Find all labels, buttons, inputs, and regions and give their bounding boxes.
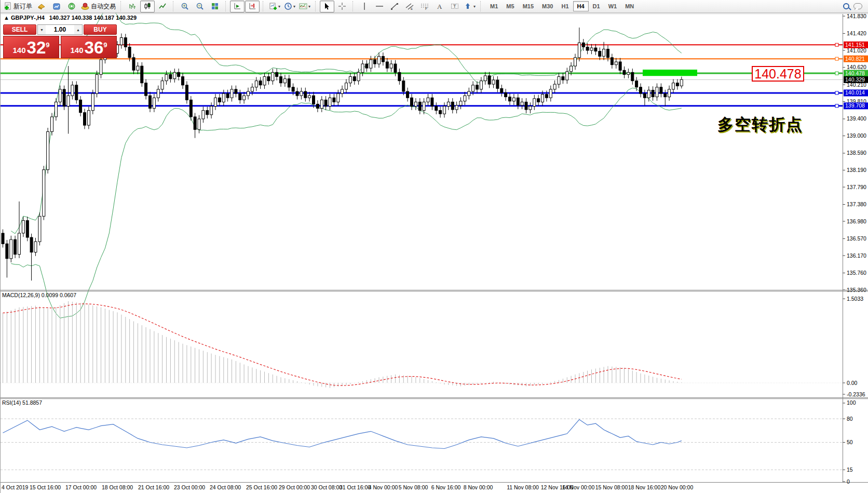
svg-text:8 Nov 00:00: 8 Nov 00:00 [464, 484, 493, 490]
cursor-button[interactable] [320, 1, 334, 12]
new-order-button[interactable]: 新订单 [2, 1, 34, 12]
bid-quote[interactable]: 140 32 9 [3, 36, 59, 58]
svg-text:23 Oct 00:00: 23 Oct 00:00 [174, 484, 205, 490]
volume-value[interactable]: 1.00 [46, 25, 74, 34]
svg-text:140.329: 140.329 [845, 76, 865, 83]
text-label-tool-button[interactable]: T [447, 1, 462, 12]
timeframe-tab-h4[interactable]: H4 [573, 1, 589, 11]
collapse-marker-icon[interactable]: ▲ [4, 15, 9, 21]
sell-button[interactable]: SELL [3, 24, 36, 35]
autotrade-button[interactable]: 自动交易 [79, 1, 117, 12]
metaeditor-button[interactable] [34, 1, 49, 12]
vertical-line-tool-button[interactable] [357, 1, 372, 12]
macd-indicator-label: MACD(12,26,9) 0.0099 0.0607 [2, 292, 76, 298]
zoom-out-button[interactable] [193, 1, 207, 12]
horizontal-level-line[interactable] [1, 104, 843, 108]
mt4-window: 新订单 自动交易 [0, 0, 868, 493]
chart-annotation-text[interactable]: 多空转折点 [717, 114, 803, 136]
toolbar-separator [263, 1, 265, 11]
zoom-in-button[interactable] [178, 1, 192, 12]
profiles-button[interactable]: ▾ [282, 1, 297, 12]
ask-pips: 36 [85, 38, 104, 57]
time-axis: 4 Oct 201915 Oct 16:0017 Oct 00:0018 Oct… [2, 484, 693, 490]
svg-text:29 Oct 00:00: 29 Oct 00:00 [279, 484, 310, 490]
indicators-button[interactable]: ▾ [297, 1, 312, 12]
line-chart-icon [158, 2, 167, 10]
svg-text:140.014: 140.014 [845, 89, 865, 96]
horizontal-line-tool-button[interactable] [372, 1, 387, 12]
market-button[interactable] [49, 1, 64, 12]
svg-text:A: A [437, 3, 442, 10]
fibonacci-tool-button[interactable]: F [417, 1, 432, 12]
svg-text:135.360: 135.360 [847, 287, 866, 293]
svg-text:18 Oct 08:00: 18 Oct 08:00 [102, 484, 133, 490]
toolbar-separator [315, 1, 318, 11]
chart-shift-icon [248, 2, 256, 10]
equidistant-channel-tool-button[interactable]: E [402, 1, 417, 12]
autotrade-icon [81, 2, 89, 10]
svg-text:21 Oct 16:00: 21 Oct 16:00 [138, 484, 169, 490]
volume-decrease-button[interactable]: ▼ [38, 25, 46, 34]
timeframe-tab-m15[interactable]: M15 [519, 1, 538, 11]
svg-text:20 Nov 00:00: 20 Nov 00:00 [661, 484, 694, 490]
horizontal-level-line[interactable] [1, 91, 843, 95]
zoom-out-icon [196, 2, 204, 10]
chart-shift-button[interactable] [245, 1, 260, 12]
text-icon: A [436, 2, 444, 10]
line-chart-button[interactable] [155, 1, 170, 12]
price-level-label[interactable]: 140.478 [752, 66, 804, 82]
fibonacci-icon: F [421, 2, 429, 10]
volume-increase-button[interactable]: ▲ [74, 25, 82, 34]
new-chart-button[interactable]: ▾ [267, 1, 282, 12]
highlight-rectangle[interactable] [643, 70, 697, 76]
svg-text:135.760: 135.760 [847, 270, 866, 276]
horizontal-level-line[interactable] [1, 72, 843, 75]
timeframe-tab-m1[interactable]: M1 [486, 1, 502, 11]
ask-prefix: 140 [71, 44, 84, 57]
timeframe-tab-h1[interactable]: H1 [557, 1, 573, 11]
svg-text:139.400: 139.400 [847, 115, 866, 122]
buy-button[interactable]: BUY [84, 24, 117, 35]
horizontal-level-line[interactable] [1, 57, 843, 60]
tile-windows-button[interactable] [208, 1, 222, 12]
svg-text:15: 15 [847, 467, 853, 473]
timeframe-tab-w1[interactable]: W1 [604, 1, 621, 11]
window-separator[interactable] [1, 14, 868, 483]
auto-scroll-button[interactable] [230, 1, 245, 12]
timeframe-tab-d1[interactable]: D1 [589, 1, 604, 11]
svg-text:140.620: 140.620 [847, 64, 866, 70]
chart-canvas[interactable]: 141.830141.420141.020140.620140.210139.8… [1, 13, 868, 493]
bar-chart-button[interactable] [125, 1, 140, 12]
text-tool-button[interactable]: A [432, 1, 447, 12]
ask-quote[interactable]: 140 36 9 [61, 36, 117, 58]
price-axis: 141.830141.420141.020140.620140.210139.8… [843, 13, 866, 483]
trendline-tool-button[interactable] [387, 1, 402, 12]
zoom-in-icon [181, 2, 189, 10]
ask-point: 9 [103, 37, 107, 53]
svg-text:141.151: 141.151 [845, 42, 865, 48]
search-icon[interactable] [843, 3, 849, 9]
bid-point: 9 [46, 37, 49, 53]
candlestick-chart-button[interactable] [140, 1, 155, 12]
timeframe-tab-mn[interactable]: MN [621, 1, 638, 11]
arrows-tool-button[interactable]: ▾ [463, 1, 477, 12]
ohlc-values: 140.327 140.338 140.187 140.329 [49, 15, 137, 21]
chat-icon[interactable] [853, 3, 862, 9]
chart-window: 141.830141.420141.020140.620140.210139.8… [1, 13, 868, 493]
rsi-indicator-label: RSI(14) 51.8857 [2, 399, 42, 406]
macd-panel: 1.50330.00-0.2336 [1, 296, 865, 397]
svg-text:137.380: 137.380 [847, 201, 866, 207]
candlestick-chart-icon [143, 2, 152, 10]
svg-text:136.570: 136.570 [847, 235, 866, 242]
rsi-panel: 1008050150 [1, 399, 856, 484]
symbol-title: GBPJPY-,H4 [11, 15, 45, 21]
dropdown-caret-icon: ▾ [278, 4, 280, 9]
timeframe-tab-m5[interactable]: M5 [502, 1, 518, 11]
svg-text:15 Nov 08:00: 15 Nov 08:00 [595, 484, 628, 490]
signals-button[interactable] [64, 1, 79, 12]
crosshair-button[interactable] [335, 1, 349, 12]
svg-text:137.790: 137.790 [847, 184, 866, 190]
svg-text:1.5033: 1.5033 [847, 296, 863, 302]
timeframe-tab-m30[interactable]: M30 [538, 1, 557, 11]
tile-windows-icon [211, 2, 219, 10]
